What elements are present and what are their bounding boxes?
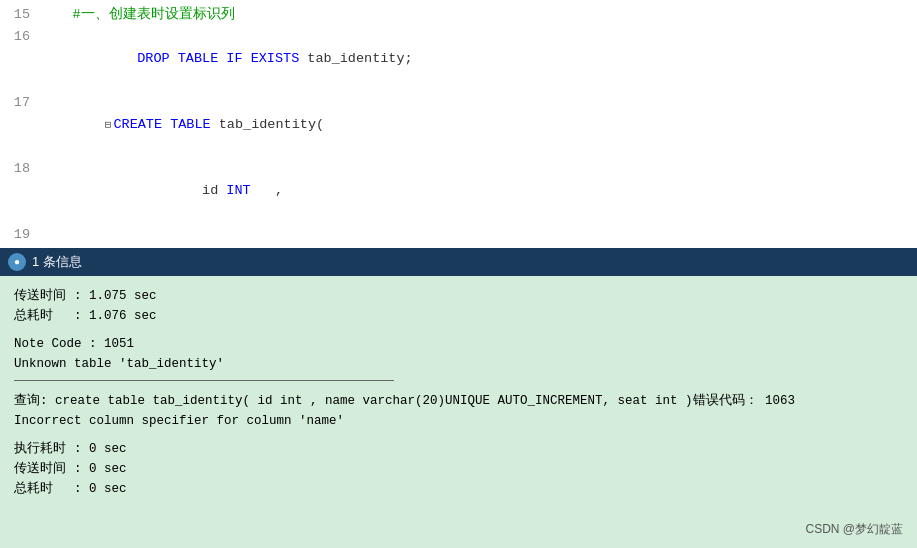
total-time-label: 总耗时: [14, 306, 74, 326]
unknown-table-text: Unknown table 'tab_identity': [14, 354, 224, 374]
transfer-time2-value: : 0 sec: [74, 459, 127, 479]
code-line-16: 16 DROP TABLE IF EXISTS tab_identity;: [0, 26, 917, 92]
icon-symbol: ●: [14, 257, 20, 268]
query-row: 查询: create table tab_identity( id int , …: [14, 391, 903, 411]
code-line-15: 15 #一、创建表时设置标识列: [0, 4, 917, 26]
unknown-table-row: Unknown table 'tab_identity': [14, 354, 903, 374]
separator: [14, 380, 394, 381]
query-text: 查询: create table tab_identity( id int , …: [14, 391, 795, 411]
code-line-18: 18 id INT ,: [0, 158, 917, 224]
code-line-17: 17 ⊟CREATE TABLE tab_identity(: [0, 92, 917, 158]
total-time2-label: 总耗时: [14, 479, 74, 499]
transfer-time-row: 传送时间 : 1.075 sec: [14, 286, 903, 306]
info-icon: ●: [8, 253, 26, 271]
divider-title: 1 条信息: [32, 253, 82, 271]
transfer-time-value: : 1.075 sec: [74, 286, 157, 306]
exec-time-value: : 0 sec: [74, 439, 127, 459]
exec-time-row: 执行耗时 : 0 sec: [14, 439, 903, 459]
line-number-17: 17: [0, 92, 40, 114]
line-content-16: DROP TABLE IF EXISTS tab_identity;: [40, 26, 917, 92]
transfer-time2-label: 传送时间: [14, 459, 74, 479]
code-lines: 15 #一、创建表时设置标识列 16 DROP TABLE IF EXISTS …: [0, 0, 917, 248]
total-time-row: 总耗时 : 1.076 sec: [14, 306, 903, 326]
code-panel: 15 #一、创建表时设置标识列 16 DROP TABLE IF EXISTS …: [0, 0, 917, 248]
incorrect-row: Incorrect column specifier for column 'n…: [14, 411, 903, 431]
line-number-19: 19: [0, 224, 40, 246]
divider-bar: ● 1 条信息: [0, 248, 917, 276]
result-panel: 传送时间 : 1.075 sec 总耗时 : 1.076 sec Note Co…: [0, 276, 917, 548]
line-number-18: 18: [0, 158, 40, 180]
note-code-row: Note Code : 1051: [14, 334, 903, 354]
line-content-19: NAME VARCHAR(20)UNIQUE AUTO_INCREMENT,: [40, 224, 917, 248]
line-number-15: 15: [0, 4, 40, 26]
note-code-text: Note Code : 1051: [14, 334, 134, 354]
line-number-16: 16: [0, 26, 40, 48]
total-time2-row: 总耗时 : 0 sec: [14, 479, 903, 499]
total-time2-value: : 0 sec: [74, 479, 127, 499]
line-content-18: id INT ,: [40, 158, 917, 224]
total-time-value: : 1.076 sec: [74, 306, 157, 326]
incorrect-text: Incorrect column specifier for column 'n…: [14, 411, 344, 431]
line-content-15: #一、创建表时设置标识列: [40, 4, 917, 26]
watermark: CSDN @梦幻靛蓝: [805, 521, 903, 538]
transfer-time2-row: 传送时间 : 0 sec: [14, 459, 903, 479]
exec-time-label: 执行耗时: [14, 439, 74, 459]
code-line-19: 19 NAME VARCHAR(20)UNIQUE AUTO_INCREMENT…: [0, 224, 917, 248]
line-content-17: ⊟CREATE TABLE tab_identity(: [40, 92, 917, 158]
transfer-time-label: 传送时间: [14, 286, 74, 306]
